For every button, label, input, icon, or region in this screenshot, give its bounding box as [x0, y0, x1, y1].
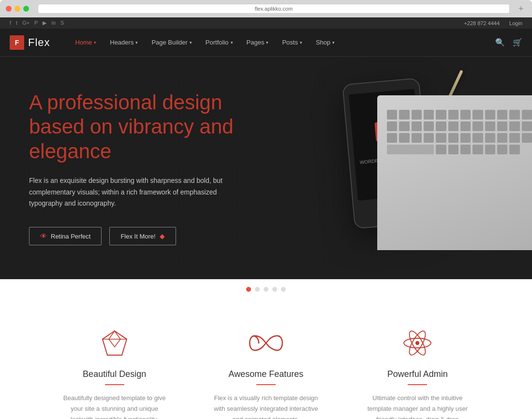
flex-more-button[interactable]: Flex It More! ◆	[109, 227, 176, 245]
key	[448, 145, 458, 154]
key	[460, 145, 471, 154]
nav-pagebuilder[interactable]: Page Builder ▾	[146, 29, 197, 57]
spacebar-key	[387, 145, 434, 154]
key	[497, 110, 507, 120]
key	[399, 133, 409, 143]
top-bar-right: +228 872 4444 Login	[464, 20, 522, 26]
slider-dot-1[interactable]	[246, 287, 251, 292]
key	[497, 121, 507, 131]
cart-icon[interactable]: 🛒	[513, 38, 522, 47]
nav-headers-label: Headers	[110, 39, 133, 46]
infinity-feature-icon	[249, 329, 283, 359]
key	[399, 121, 409, 131]
feature-3-desc: Ultimate control with the intuitive temp…	[364, 393, 471, 419]
facebook-icon[interactable]: f	[10, 20, 11, 26]
key	[436, 121, 446, 131]
slider-dot-5[interactable]	[281, 287, 286, 292]
key	[387, 133, 397, 143]
feature-2-title: Awesome Features	[229, 369, 304, 379]
nav-portfolio-arrow: ▾	[231, 40, 233, 45]
googleplus-icon[interactable]: G+	[22, 20, 30, 26]
retina-perfect-button[interactable]: 👁 Retina Perfect	[29, 227, 102, 245]
features-section: Beautiful Design Beautifully designed te…	[0, 299, 532, 419]
key	[509, 110, 519, 120]
key	[473, 133, 483, 143]
minimize-button[interactable]	[15, 6, 20, 12]
nav-headers[interactable]: Headers ▾	[104, 29, 144, 57]
nav-pages[interactable]: Pages ▾	[241, 29, 275, 57]
hero-section: A professional design based on vibrancy …	[0, 57, 532, 279]
key	[448, 121, 458, 131]
key	[448, 110, 458, 120]
key	[412, 133, 422, 143]
slider-dot-3[interactable]	[264, 287, 268, 292]
slider-dot-4[interactable]	[272, 287, 277, 292]
atom-feature-icon	[403, 329, 432, 359]
nav-home-arrow: ▾	[94, 40, 96, 45]
logo[interactable]: F Flex	[10, 35, 50, 50]
key	[522, 133, 532, 143]
keyboard-grid	[377, 95, 532, 164]
key	[460, 110, 471, 120]
nav-posts[interactable]: Posts ▾	[276, 29, 308, 57]
maximize-button[interactable]	[23, 6, 29, 12]
hero-visual: F Flex WORDPRESS JOURNAL THEME	[239, 57, 532, 279]
key	[412, 121, 422, 131]
feature-beautiful-design: Beautiful Design Beautifully designed te…	[48, 329, 180, 419]
key	[485, 133, 495, 143]
nav-shop-label: Shop	[316, 39, 330, 46]
nav-pagebuilder-label: Page Builder	[151, 39, 187, 46]
twitter-icon[interactable]: t	[16, 20, 17, 26]
key	[509, 133, 519, 143]
browser-titlebar: flex.aplikko.com +	[0, 0, 532, 17]
nav-pages-arrow: ▾	[266, 40, 268, 45]
btn2-label: Flex It More!	[120, 233, 155, 240]
diamond-feature-icon	[100, 329, 129, 359]
slider-dot-2[interactable]	[255, 287, 260, 292]
nav-pages-label: Pages	[247, 39, 265, 46]
key	[473, 145, 483, 154]
feature-2-desc: Flex is a visually rich template design …	[213, 393, 319, 419]
new-tab-button[interactable]: +	[518, 5, 526, 13]
key	[485, 110, 495, 120]
nav-shop-arrow: ▾	[332, 40, 335, 45]
linkedin-icon[interactable]: in	[51, 20, 56, 26]
nav-portfolio[interactable]: Portfolio ▾	[200, 29, 239, 57]
top-bar: f t G+ P ▶ in S +228 872 4444 Login	[0, 17, 532, 29]
features-grid: Beautiful Design Beautifully designed te…	[48, 329, 484, 419]
btn1-label: Retina Perfect	[51, 233, 90, 240]
key	[497, 145, 507, 154]
nav-shop[interactable]: Shop ▾	[310, 29, 340, 57]
feature-1-underline	[105, 384, 124, 385]
logo-text: Flex	[28, 36, 50, 49]
skype-icon[interactable]: S	[60, 20, 64, 26]
close-button[interactable]	[6, 6, 12, 12]
hero-content: A professional design based on vibrancy …	[0, 90, 271, 246]
key	[522, 110, 532, 120]
key	[387, 110, 397, 120]
key	[509, 121, 519, 131]
login-link[interactable]: Login	[509, 20, 522, 26]
feature-1-desc: Beautifully designed template to give yo…	[61, 393, 168, 419]
youtube-icon[interactable]: ▶	[43, 20, 46, 26]
key	[424, 133, 434, 143]
nav-home[interactable]: Home ▾	[70, 29, 103, 57]
search-icon[interactable]: 🔍	[495, 38, 505, 47]
key	[399, 110, 409, 120]
feature-2-underline	[256, 384, 276, 385]
social-links: f t G+ P ▶ in S	[10, 20, 64, 26]
key	[436, 133, 446, 143]
pinterest-icon[interactable]: P	[34, 20, 38, 26]
nav-portfolio-label: Portfolio	[206, 39, 229, 46]
laptop-mockup	[377, 95, 532, 250]
url-bar[interactable]: flex.aplikko.com	[38, 4, 510, 14]
key	[509, 145, 519, 154]
key	[436, 110, 446, 120]
nav-posts-arrow: ▾	[300, 40, 302, 45]
key	[460, 121, 471, 131]
svg-marker-0	[103, 331, 127, 355]
nav-headers-arrow: ▾	[135, 40, 138, 45]
svg-point-6	[415, 341, 419, 345]
nav-posts-label: Posts	[282, 39, 298, 46]
slider-dots	[0, 279, 532, 299]
